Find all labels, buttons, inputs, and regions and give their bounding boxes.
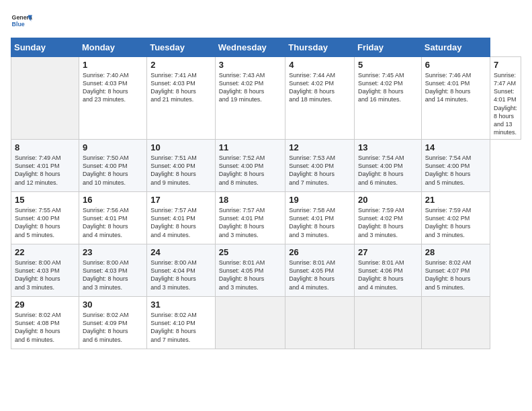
day-number: 27 bbox=[358, 247, 418, 257]
calendar-cell: 19Sunrise: 7:58 AMSunset: 4:01 PMDayligh… bbox=[285, 192, 355, 244]
cell-content: Sunrise: 7:59 AMSunset: 4:02 PMDaylight:… bbox=[425, 206, 486, 239]
cell-content: Sunrise: 7:45 AMSunset: 4:02 PMDaylight:… bbox=[358, 71, 418, 104]
day-number: 24 bbox=[150, 247, 212, 257]
calendar-cell bbox=[215, 297, 285, 349]
day-number: 16 bbox=[83, 195, 143, 205]
day-header-thursday: Thursday bbox=[285, 38, 355, 57]
logo: General Blue bbox=[11, 11, 35, 32]
calendar-cell: 9Sunrise: 7:50 AMSunset: 4:00 PMDaylight… bbox=[79, 140, 146, 192]
calendar-cell: 21Sunrise: 7:59 AMSunset: 4:02 PMDayligh… bbox=[421, 192, 490, 244]
day-number: 13 bbox=[358, 142, 418, 152]
day-number: 7 bbox=[494, 60, 517, 70]
day-number: 1 bbox=[83, 60, 143, 70]
day-number: 20 bbox=[358, 195, 418, 205]
cell-content: Sunrise: 7:43 AMSunset: 4:02 PMDaylight:… bbox=[219, 71, 282, 104]
calendar-cell: 26Sunrise: 8:01 AMSunset: 4:05 PMDayligh… bbox=[285, 244, 355, 297]
day-number: 25 bbox=[219, 247, 282, 257]
cell-content: Sunrise: 7:50 AMSunset: 4:00 PMDaylight:… bbox=[83, 154, 143, 187]
calendar-cell: 20Sunrise: 7:59 AMSunset: 4:02 PMDayligh… bbox=[354, 192, 421, 244]
cell-content: Sunrise: 7:49 AMSunset: 4:01 PMDaylight:… bbox=[15, 154, 75, 187]
cell-content: Sunrise: 7:58 AMSunset: 4:01 PMDaylight:… bbox=[289, 206, 351, 239]
cell-content: Sunrise: 7:54 AMSunset: 4:00 PMDaylight:… bbox=[425, 154, 486, 187]
day-number: 12 bbox=[289, 142, 351, 152]
cell-content: Sunrise: 7:57 AMSunset: 4:01 PMDaylight:… bbox=[219, 206, 282, 239]
day-header-sunday: Sunday bbox=[11, 38, 79, 57]
calendar-cell: 18Sunrise: 7:57 AMSunset: 4:01 PMDayligh… bbox=[215, 192, 285, 244]
calendar-cell: 7Sunrise: 7:47 AMSunset: 4:01 PMDaylight… bbox=[490, 57, 521, 140]
calendar-cell: 13Sunrise: 7:54 AMSunset: 4:00 PMDayligh… bbox=[354, 140, 421, 192]
day-header-friday: Friday bbox=[354, 38, 421, 57]
cell-content: Sunrise: 7:52 AMSunset: 4:00 PMDaylight:… bbox=[219, 154, 282, 187]
cell-content: Sunrise: 8:02 AMSunset: 4:10 PMDaylight:… bbox=[150, 311, 212, 344]
day-number: 9 bbox=[83, 142, 143, 152]
day-header-tuesday: Tuesday bbox=[147, 38, 216, 57]
calendar-cell: 27Sunrise: 8:01 AMSunset: 4:06 PMDayligh… bbox=[354, 244, 421, 297]
calendar-cell: 29Sunrise: 8:02 AMSunset: 4:08 PMDayligh… bbox=[11, 297, 79, 349]
cell-content: Sunrise: 8:02 AMSunset: 4:07 PMDaylight:… bbox=[425, 259, 486, 291]
cell-content: Sunrise: 8:01 AMSunset: 4:06 PMDaylight:… bbox=[358, 259, 418, 291]
day-number: 30 bbox=[83, 300, 143, 310]
day-header-wednesday: Wednesday bbox=[215, 38, 285, 57]
week-row-5: 29Sunrise: 8:02 AMSunset: 4:08 PMDayligh… bbox=[11, 297, 521, 349]
cell-content: Sunrise: 7:54 AMSunset: 4:00 PMDaylight:… bbox=[358, 154, 418, 187]
cell-content: Sunrise: 8:01 AMSunset: 4:05 PMDaylight:… bbox=[219, 259, 282, 291]
cell-content: Sunrise: 8:02 AMSunset: 4:08 PMDaylight:… bbox=[15, 311, 75, 344]
calendar-cell bbox=[421, 297, 490, 349]
calendar-cell: 28Sunrise: 8:02 AMSunset: 4:07 PMDayligh… bbox=[421, 244, 490, 297]
cell-content: Sunrise: 7:53 AMSunset: 4:00 PMDaylight:… bbox=[289, 154, 351, 187]
logo-icon: General Blue bbox=[11, 11, 32, 32]
week-row-1: 1Sunrise: 7:40 AMSunset: 4:03 PMDaylight… bbox=[11, 57, 521, 140]
day-number: 26 bbox=[289, 247, 351, 257]
calendar-cell: 3Sunrise: 7:43 AMSunset: 4:02 PMDaylight… bbox=[215, 57, 285, 140]
page-container: General Blue SundayMondayTuesdayWednesda… bbox=[0, 0, 532, 356]
day-number: 4 bbox=[289, 60, 351, 70]
day-number: 19 bbox=[289, 195, 351, 205]
calendar-cell bbox=[11, 57, 79, 140]
calendar-cell bbox=[285, 297, 355, 349]
cell-content: Sunrise: 7:44 AMSunset: 4:02 PMDaylight:… bbox=[289, 71, 351, 104]
calendar-cell: 11Sunrise: 7:52 AMSunset: 4:00 PMDayligh… bbox=[215, 140, 285, 192]
cell-content: Sunrise: 7:55 AMSunset: 4:00 PMDaylight:… bbox=[15, 206, 75, 239]
header: General Blue bbox=[11, 11, 521, 32]
calendar-cell: 12Sunrise: 7:53 AMSunset: 4:00 PMDayligh… bbox=[285, 140, 355, 192]
day-number: 28 bbox=[425, 247, 486, 257]
day-number: 21 bbox=[425, 195, 486, 205]
day-number: 14 bbox=[425, 142, 486, 152]
header-row: SundayMondayTuesdayWednesdayThursdayFrid… bbox=[11, 38, 521, 57]
calendar-cell: 5Sunrise: 7:45 AMSunset: 4:02 PMDaylight… bbox=[354, 57, 421, 140]
cell-content: Sunrise: 8:01 AMSunset: 4:05 PMDaylight:… bbox=[289, 259, 351, 291]
day-number: 10 bbox=[150, 142, 212, 152]
cell-content: Sunrise: 7:51 AMSunset: 4:00 PMDaylight:… bbox=[150, 154, 212, 187]
cell-content: Sunrise: 7:41 AMSunset: 4:03 PMDaylight:… bbox=[150, 71, 212, 104]
cell-content: Sunrise: 8:00 AMSunset: 4:03 PMDaylight:… bbox=[15, 259, 75, 291]
calendar-cell: 10Sunrise: 7:51 AMSunset: 4:00 PMDayligh… bbox=[147, 140, 216, 192]
day-number: 6 bbox=[425, 60, 486, 70]
calendar-cell: 31Sunrise: 8:02 AMSunset: 4:10 PMDayligh… bbox=[147, 297, 216, 349]
calendar-cell: 2Sunrise: 7:41 AMSunset: 4:03 PMDaylight… bbox=[147, 57, 216, 140]
calendar-cell: 4Sunrise: 7:44 AMSunset: 4:02 PMDaylight… bbox=[285, 57, 355, 140]
calendar-cell bbox=[354, 297, 421, 349]
cell-content: Sunrise: 8:02 AMSunset: 4:09 PMDaylight:… bbox=[83, 311, 143, 344]
week-row-2: 8Sunrise: 7:49 AMSunset: 4:01 PMDaylight… bbox=[11, 140, 521, 192]
week-row-3: 15Sunrise: 7:55 AMSunset: 4:00 PMDayligh… bbox=[11, 192, 521, 244]
calendar-cell: 14Sunrise: 7:54 AMSunset: 4:00 PMDayligh… bbox=[421, 140, 490, 192]
cell-content: Sunrise: 7:47 AMSunset: 4:01 PMDaylight:… bbox=[494, 71, 517, 136]
calendar-table: SundayMondayTuesdayWednesdayThursdayFrid… bbox=[11, 38, 521, 349]
calendar-cell: 25Sunrise: 8:01 AMSunset: 4:05 PMDayligh… bbox=[215, 244, 285, 297]
svg-text:Blue: Blue bbox=[12, 21, 25, 28]
cell-content: Sunrise: 7:56 AMSunset: 4:01 PMDaylight:… bbox=[83, 206, 143, 239]
cell-content: Sunrise: 7:57 AMSunset: 4:01 PMDaylight:… bbox=[150, 206, 212, 239]
day-number: 5 bbox=[358, 60, 418, 70]
cell-content: Sunrise: 7:59 AMSunset: 4:02 PMDaylight:… bbox=[358, 206, 418, 239]
calendar-cell: 8Sunrise: 7:49 AMSunset: 4:01 PMDaylight… bbox=[11, 140, 79, 192]
calendar-cell: 6Sunrise: 7:46 AMSunset: 4:01 PMDaylight… bbox=[421, 57, 490, 140]
week-row-4: 22Sunrise: 8:00 AMSunset: 4:03 PMDayligh… bbox=[11, 244, 521, 297]
day-number: 23 bbox=[83, 247, 143, 257]
day-number: 17 bbox=[150, 195, 212, 205]
calendar-cell: 15Sunrise: 7:55 AMSunset: 4:00 PMDayligh… bbox=[11, 192, 79, 244]
calendar-cell: 22Sunrise: 8:00 AMSunset: 4:03 PMDayligh… bbox=[11, 244, 79, 297]
cell-content: Sunrise: 7:46 AMSunset: 4:01 PMDaylight:… bbox=[425, 71, 486, 104]
calendar-cell: 24Sunrise: 8:00 AMSunset: 4:04 PMDayligh… bbox=[147, 244, 216, 297]
cell-content: Sunrise: 8:00 AMSunset: 4:04 PMDaylight:… bbox=[150, 259, 212, 291]
day-number: 29 bbox=[15, 300, 75, 310]
